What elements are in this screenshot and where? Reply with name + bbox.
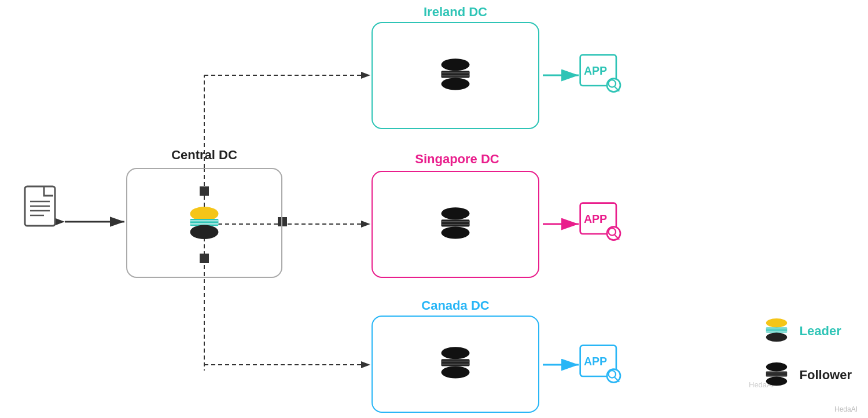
- document-icon: [22, 185, 62, 232]
- legend-follower: Follower: [762, 360, 852, 390]
- legend: Leader Follower: [762, 316, 852, 390]
- svg-point-28: [442, 58, 470, 71]
- svg-rect-64: [766, 372, 786, 377]
- svg-rect-39: [442, 219, 470, 226]
- central-dc-label: Central DC: [126, 148, 282, 163]
- svg-point-25: [190, 225, 219, 240]
- ireland-dc-label: Ireland DC: [372, 5, 539, 20]
- canada-dc-label: Canada DC: [372, 298, 539, 313]
- singapore-dc-label: Singapore DC: [359, 152, 556, 167]
- svg-point-48: [442, 347, 470, 359]
- singapore-follower-logo: [435, 204, 476, 245]
- svg-point-63: [766, 362, 786, 372]
- ireland-app-icon: APP: [579, 53, 625, 95]
- svg-point-50: [442, 366, 470, 379]
- legend-leader-icon: [762, 316, 792, 346]
- svg-text:APP: APP: [584, 212, 607, 225]
- svg-text:APP: APP: [584, 355, 607, 368]
- singapore-dc-box: HedaAI: [372, 171, 539, 278]
- legend-follower-label: Follower: [800, 368, 852, 383]
- svg-point-58: [766, 318, 786, 328]
- ireland-follower-logo: [435, 56, 476, 96]
- watermark: HedaAI: [834, 405, 858, 413]
- central-leader-logo: [184, 203, 225, 243]
- legend-leader: Leader: [762, 316, 852, 346]
- svg-point-40: [442, 226, 470, 239]
- svg-text:APP: APP: [584, 64, 607, 77]
- svg-point-30: [442, 78, 470, 90]
- svg-rect-29: [442, 71, 470, 78]
- svg-rect-59: [766, 328, 786, 333]
- diagram-container: Central DC Ireland DC APP: [0, 0, 868, 418]
- central-dc-box: [126, 168, 282, 278]
- svg-point-56: [609, 371, 616, 377]
- canada-dc-box: [372, 316, 539, 413]
- svg-point-65: [766, 377, 786, 386]
- svg-point-46: [609, 228, 616, 235]
- svg-point-36: [609, 80, 616, 87]
- canada-app-icon: APP: [579, 344, 625, 386]
- legend-follower-icon: [762, 360, 792, 390]
- ireland-dc-box: [372, 22, 539, 129]
- singapore-app-icon: APP: [579, 201, 625, 243]
- legend-leader-label: Leader: [800, 324, 841, 339]
- svg-point-60: [766, 333, 786, 342]
- svg-rect-24: [190, 219, 219, 226]
- svg-point-23: [190, 207, 219, 221]
- canada-follower-logo: [435, 344, 476, 384]
- svg-rect-49: [442, 359, 470, 366]
- svg-point-38: [442, 207, 470, 219]
